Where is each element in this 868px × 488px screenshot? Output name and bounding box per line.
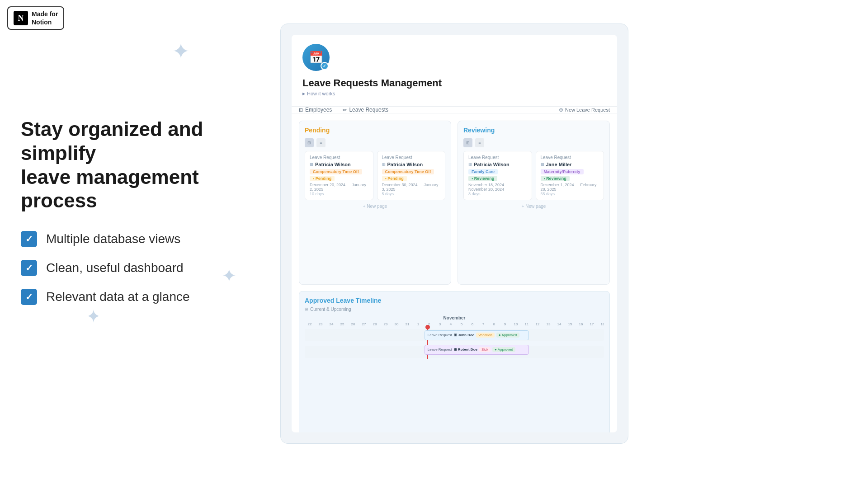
rev-card-days-1: 3 days (468, 192, 527, 196)
card-name-1: Patricia Wilson (310, 162, 368, 167)
card-header-2: Leave Request (382, 155, 441, 160)
timeline-dates-row: 22 23 24 25 26 27 28 29 30 31 1 2 3 4 (305, 322, 604, 326)
date-17: 17 (587, 322, 597, 326)
bar-name-john: ⊞ John Doe (454, 333, 475, 337)
badge-line2: Notion (32, 19, 52, 26)
card-tag-compensatory-2: Compensatory Time Off (382, 169, 434, 174)
card-status-pending-2: Pending (382, 176, 407, 181)
feature-item-2: Clean, useful dashboard (21, 260, 256, 276)
bar-type-sick: Sick (479, 347, 491, 352)
new-request-button[interactable]: New Leave Request (559, 107, 610, 113)
date-4: 4 (446, 322, 456, 326)
grid-view-icon-reviewing[interactable]: ⊞ (463, 138, 472, 147)
timeline-title: Approved Leave Timeline (305, 297, 604, 304)
month-label: November (305, 315, 604, 320)
date-29: 29 (381, 322, 391, 326)
reviewing-view-icons: ⊞ ≡ (463, 138, 604, 147)
badge-checkmark (321, 62, 329, 70)
hero-heading-line1: Stay organized and simplify (21, 118, 203, 164)
how-it-works-link[interactable]: How it works (302, 91, 606, 96)
reviewing-cards-grid: Leave Request Patricia Wilson Family Car… (463, 151, 604, 200)
pending-view-icons: ⊞ ≡ (305, 138, 445, 147)
bar-status-approved-1: ● Approved (496, 333, 519, 338)
feature-label-2: Clean, useful dashboard (46, 261, 184, 275)
content-area: Pending ⊞ ≡ Leave Request Patricia Wilso… (292, 113, 617, 432)
date-3: 3 (435, 322, 445, 326)
rev-card-name-1: Patricia Wilson (468, 162, 527, 167)
date-1: 1 (413, 322, 423, 326)
pending-section: Pending ⊞ ≡ Leave Request Patricia Wilso… (299, 121, 451, 285)
today-dot (425, 325, 430, 329)
rev-card-tag-family: Family Care (468, 169, 498, 174)
date-12: 12 (533, 322, 542, 326)
bar-label-john: Leave Request (428, 333, 452, 337)
date-27: 27 (359, 322, 369, 326)
list-view-icon-reviewing[interactable]: ≡ (475, 138, 484, 147)
app-title: Leave Requests Management (302, 77, 606, 89)
pending-new-page[interactable] (305, 204, 445, 209)
rev-card-dates-2: December 1, 2024 — February 28, 2025 (541, 183, 599, 192)
date-5: 5 (457, 322, 467, 326)
left-panel: N Made for Notion ✦ ✦ ✦ Stay organized a… (0, 0, 271, 488)
rev-card-status-1: Reviewing (468, 176, 497, 181)
date-6: 6 (467, 322, 477, 326)
bar-label-robert: Leave Request (428, 347, 452, 352)
notion-app-mockup: 📅 Leave Requests Management How it works… (292, 35, 617, 432)
timeline-filter[interactable]: Current & Upcoming (305, 307, 604, 312)
card-header-1: Leave Request (310, 155, 368, 160)
rev-card-days-2: 65 days (541, 192, 599, 196)
timeline-filter-label: Current & Upcoming (310, 307, 351, 312)
reviewing-card-1: Leave Request Patricia Wilson Family Car… (463, 151, 532, 200)
card-tag-compensatory-1: Compensatory Time Off (310, 169, 362, 174)
star-decoration-3: ✦ (86, 307, 101, 325)
pending-card-1: Leave Request Patricia Wilson Compensato… (305, 151, 373, 200)
tab-employees[interactable]: ⊞ Employees (299, 107, 332, 113)
rev-card-tag-maternity: Maternity/Paternity (541, 169, 584, 174)
leave-requests-tab-icon: ✏ (343, 107, 347, 113)
date-28: 28 (370, 322, 380, 326)
right-panel: 📅 Leave Requests Management How it works… (280, 23, 628, 444)
feature-list: Multiple database views Clean, useful da… (21, 231, 256, 305)
date-22: 22 (305, 322, 315, 326)
app-circle-icon: 📅 (302, 44, 330, 71)
date-31: 31 (402, 322, 412, 326)
date-25: 25 (337, 322, 347, 326)
rev-card-name-2: Jane Miller (541, 162, 599, 167)
bar-status-approved-2: ● Approved (492, 347, 515, 352)
date-15: 15 (565, 322, 575, 326)
app-icon-area: 📅 (302, 44, 606, 71)
tabs-left: ⊞ Employees ✏ Leave Requests (299, 107, 388, 113)
badge-text: Made for Notion (32, 10, 58, 26)
timeline-section: Approved Leave Timeline Current & Upcomi… (299, 291, 610, 433)
date-30: 30 (392, 322, 401, 326)
pending-card-2: Leave Request Patricia Wilson Compensato… (377, 151, 446, 200)
date-11: 11 (522, 322, 532, 326)
check-icon-3 (21, 289, 37, 305)
feature-label-1: Multiple database views (46, 232, 180, 246)
feature-item-1: Multiple database views (21, 231, 256, 247)
grid-view-icon-pending[interactable]: ⊞ (305, 138, 314, 147)
rev-card-header-1: Leave Request (468, 155, 527, 160)
card-days-2: 5 days (382, 192, 441, 196)
tab-leave-requests[interactable]: ✏ Leave Requests (343, 107, 388, 113)
date-24: 24 (326, 322, 336, 326)
rev-card-status-2: Reviewing (541, 176, 570, 181)
notion-badge[interactable]: N Made for Notion (7, 6, 64, 30)
rev-card-dates-1: November 18, 2024 — November 20, 2024 (468, 183, 527, 192)
reviewing-title: Reviewing (463, 127, 604, 134)
list-view-icon-pending[interactable]: ≡ (316, 138, 326, 147)
date-13: 13 (543, 322, 553, 326)
reviewing-new-page[interactable] (463, 204, 604, 209)
date-23: 23 (316, 322, 326, 326)
tabs-bar: ⊞ Employees ✏ Leave Requests New Leave R… (292, 107, 617, 113)
app-header: 📅 Leave Requests Management How it works (292, 35, 617, 107)
date-26: 26 (348, 322, 358, 326)
feature-label-3: Relevant data at a glance (46, 290, 190, 304)
badge-line1: Made for (32, 10, 58, 18)
hero-heading-line2: leave management process (21, 166, 199, 212)
leave-requests-tab-label: Leave Requests (349, 107, 388, 113)
date-16: 16 (576, 322, 586, 326)
feature-item-3: Relevant data at a glance (21, 289, 256, 305)
pending-title: Pending (305, 127, 445, 134)
date-10: 10 (511, 322, 521, 326)
